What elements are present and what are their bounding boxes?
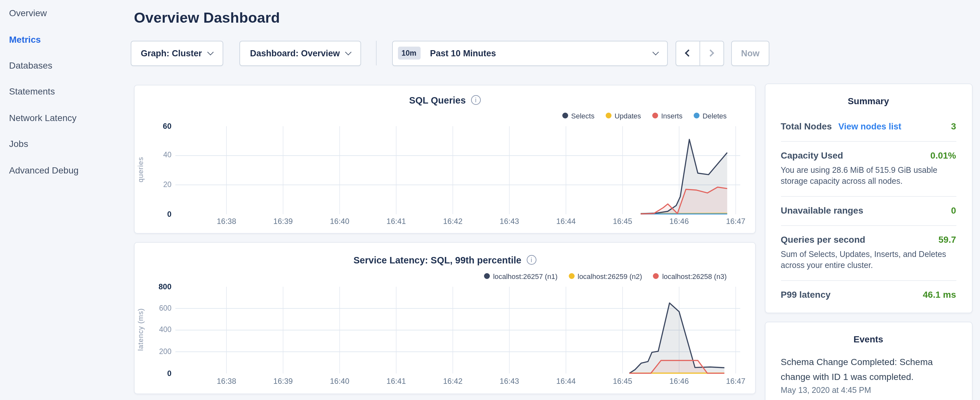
x-tick-label: 16:44: [546, 376, 585, 386]
sql-queries-plot: [175, 126, 740, 216]
summary-item-label: Total Nodes: [781, 121, 832, 131]
x-tick-label: 16:45: [603, 376, 642, 386]
x-tick-label: 16:40: [320, 217, 359, 226]
time-range-label: Past 10 Minutes: [430, 48, 496, 58]
sql-queries-chart-card: SQL QueriesiSelectsUpdatesInsertsDeletes…: [134, 84, 756, 233]
summary-item: Capacity Used0.01%You are using 28.6 MiB…: [781, 141, 956, 196]
dashboard-dropdown-label: Dashboard: Overview: [250, 48, 340, 58]
x-tick-label: 16:42: [434, 217, 473, 226]
sidebar-item-advanced-debug[interactable]: Advanced Debug: [0, 157, 127, 183]
summary-item: Queries per second59.7Sum of Selects, Up…: [781, 225, 956, 280]
chart-legend: localhost:26257 (n1)localhost:26259 (n2)…: [484, 272, 727, 280]
summary-item-row: P99 latency46.1 ms: [781, 289, 956, 300]
summary-item-value: 0: [951, 205, 956, 215]
x-tick-label: 16:46: [660, 376, 698, 386]
dashboard-dropdown[interactable]: Dashboard: Overview: [239, 40, 361, 66]
chart-title-text: SQL Queries: [409, 95, 466, 105]
sidebar-item-jobs[interactable]: Jobs: [0, 131, 127, 157]
summary-title: Summary: [765, 96, 972, 106]
x-tick-label: 16:41: [377, 376, 416, 386]
legend-item: localhost:26259 (n2): [568, 272, 642, 280]
events-body: Schema Change Completed: Schema change w…: [765, 355, 972, 395]
event-timestamp: May 13, 2020 at 4:45 PM: [781, 386, 956, 395]
x-tick-label: 16:44: [546, 217, 585, 226]
chart-title: Service Latency: SQL, 99th percentilei: [135, 255, 755, 265]
sidebar-item-statements[interactable]: Statements: [0, 78, 127, 105]
legend-item: Deletes: [694, 112, 727, 120]
info-icon[interactable]: i: [471, 95, 481, 105]
sidebar-item-databases[interactable]: Databases: [0, 53, 127, 79]
y-tick-label: 0: [135, 369, 172, 378]
legend-item: localhost:26258 (n3): [653, 272, 727, 280]
x-tick-label: 16:47: [716, 376, 755, 386]
event-item: Schema Change Completed: Schema change w…: [781, 355, 956, 395]
x-tick-label: 16:43: [490, 217, 529, 226]
graph-scope-dropdown-label: Graph: Cluster: [141, 48, 202, 58]
sidebar-item-network-latency[interactable]: Network Latency: [0, 105, 127, 131]
legend-label: Updates: [614, 112, 641, 120]
info-icon[interactable]: i: [527, 255, 536, 265]
y-axis-title: latency (ms): [137, 291, 144, 368]
time-next-button[interactable]: [700, 41, 723, 65]
chevron-down-icon: [207, 49, 213, 55]
chart-legend: SelectsUpdatesInsertsDeletes: [562, 112, 727, 120]
legend-label: localhost:26258 (n3): [662, 272, 727, 280]
sidebar-item-metrics[interactable]: Metrics: [0, 26, 127, 53]
summary-item-row: Total NodesView nodes list3: [781, 121, 956, 131]
legend-label: Selects: [571, 112, 594, 120]
summary-item-description: You are using 28.6 MiB of 515.9 GiB usab…: [781, 165, 956, 186]
event-text: Schema Change Completed: Schema change w…: [781, 355, 956, 384]
summary-item-value: 3: [951, 121, 956, 131]
legend-dot-icon: [484, 273, 490, 279]
page-title: Overview Dashboard: [134, 10, 280, 27]
time-prev-button[interactable]: [676, 41, 700, 65]
legend-item: localhost:26257 (n1): [484, 272, 557, 280]
graph-scope-dropdown[interactable]: Graph: Cluster: [130, 40, 223, 66]
service-latency-sql-99th-percentile-plot: [175, 287, 740, 375]
x-tick-label: 16:38: [207, 217, 246, 226]
divider: [376, 41, 377, 65]
summary-item-label: P99 latency: [781, 289, 830, 300]
summary-item-label: Unavailable ranges: [781, 205, 863, 215]
legend-item: Updates: [605, 112, 641, 120]
legend-dot-icon: [562, 113, 568, 118]
summary-item-label: Queries per second: [781, 234, 865, 245]
legend-dot-icon: [653, 273, 659, 279]
view-nodes-link[interactable]: View nodes list: [838, 122, 901, 131]
y-tick-label: 60: [135, 122, 172, 131]
summary-item: P99 latency46.1 ms: [781, 280, 956, 309]
x-tick-label: 16:46: [660, 217, 698, 226]
legend-dot-icon: [568, 273, 574, 279]
legend-dot-icon: [694, 113, 699, 118]
chart-title: SQL Queriesi: [135, 95, 755, 105]
chart-title-text: Service Latency: SQL, 99th percentile: [354, 255, 522, 265]
summary-item-value: 46.1 ms: [923, 289, 956, 300]
x-tick-label: 16:45: [603, 217, 642, 226]
summary-item-value: 59.7: [939, 234, 956, 245]
chevron-right-icon: [707, 49, 714, 57]
y-axis-title: queries: [137, 131, 144, 209]
legend-label: Deletes: [702, 112, 727, 120]
x-tick-label: 16:47: [716, 217, 755, 226]
summary-item-row: Unavailable ranges0: [781, 205, 956, 215]
sidebar-item-overview[interactable]: Overview: [0, 0, 127, 26]
x-tick-label: 16:39: [264, 217, 302, 226]
now-button[interactable]: Now: [731, 40, 769, 66]
sidebar: OverviewMetricsDatabasesStatementsNetwor…: [0, 0, 127, 183]
legend-item: Selects: [562, 112, 594, 120]
x-tick-label: 16:43: [490, 376, 529, 386]
summary-item: Unavailable ranges0: [781, 196, 956, 225]
y-tick-label: 800: [135, 282, 172, 291]
time-step-buttons: [675, 40, 724, 66]
service-latency-chart-card: Service Latency: SQL, 99th percentileilo…: [134, 242, 756, 394]
chevron-left-icon: [685, 49, 692, 57]
chevron-down-icon: [652, 49, 659, 55]
legend-dot-icon: [652, 113, 658, 118]
time-range-selector[interactable]: 10m Past 10 Minutes: [392, 40, 667, 66]
summary-item-value: 0.01%: [931, 150, 956, 161]
time-range-badge: 10m: [398, 46, 420, 59]
y-tick-label: 0: [135, 210, 172, 219]
summary-item-label: Capacity Used: [781, 150, 843, 161]
x-tick-label: 16:39: [264, 376, 302, 386]
summary-item: Total NodesView nodes list3: [781, 113, 956, 141]
